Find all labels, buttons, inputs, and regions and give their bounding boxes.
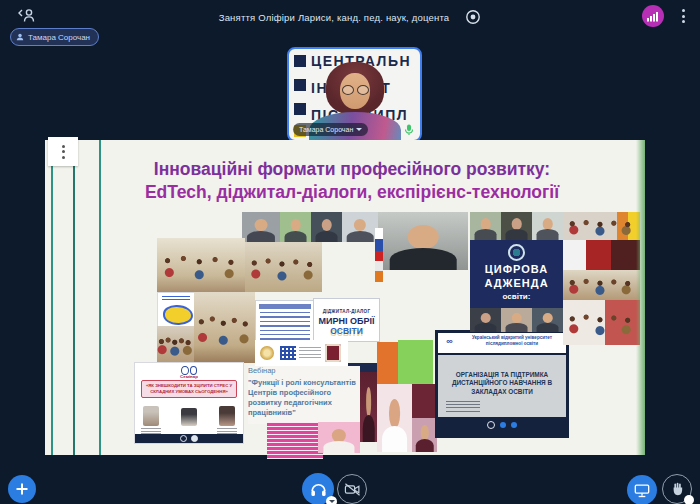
collage-green-block xyxy=(398,340,433,384)
collage-speaker-portrait xyxy=(360,372,377,442)
add-button[interactable] xyxy=(8,475,36,503)
raise-hand-icon xyxy=(671,482,684,496)
collage-photo xyxy=(563,240,640,270)
record-button[interactable] xyxy=(465,9,481,25)
presenter-names xyxy=(446,401,480,413)
meeting-window: Заняття Оліфіри Лариси, канд. пед. наук,… xyxy=(0,0,700,504)
collage-video-tile xyxy=(532,212,563,240)
participant-icon xyxy=(16,33,24,41)
university-logo-icon: ∞ xyxy=(442,336,457,347)
collage-pink-card xyxy=(267,422,323,459)
slide-stripe xyxy=(51,140,53,455)
seminar-controls-bar xyxy=(135,434,243,443)
settings-icon xyxy=(487,421,495,429)
more-menu-icon xyxy=(682,7,685,26)
slide-title: Інноваційні формати професійного розвитк… xyxy=(93,158,611,204)
collage-speaker-portrait xyxy=(412,418,437,452)
call-icon xyxy=(500,422,506,428)
collage-video-tile xyxy=(532,308,563,332)
collage-video-tile xyxy=(311,212,342,242)
audio-options-badge[interactable] xyxy=(326,496,337,504)
organization-logo-icon xyxy=(181,366,197,373)
raise-hand-badge xyxy=(684,495,694,504)
poster-webinar: Вебінар "Функції і ролі консультантів Це… xyxy=(248,366,360,424)
chevron-down-icon xyxy=(356,128,362,131)
top-bar: Заняття Оліфіри Лариси, канд. пед. наук,… xyxy=(0,0,700,30)
collage-photo xyxy=(563,300,640,345)
collage-photo xyxy=(563,212,640,240)
slide-title-line2: EdTech, діджитал-діалоги, експірієнс-тех… xyxy=(93,181,611,204)
slide-menu-icon xyxy=(54,145,72,159)
card-controls-bar xyxy=(438,419,566,430)
collage-video-tile xyxy=(280,212,311,242)
participant-badge[interactable]: Тамара Сорочан xyxy=(10,28,99,46)
audio-button[interactable] xyxy=(302,473,334,504)
collage-speaker-portrait xyxy=(318,422,360,453)
backdrop-square xyxy=(294,55,306,67)
collage-orange-block xyxy=(377,342,398,384)
backdrop-square xyxy=(294,79,306,91)
collage-video-tile xyxy=(501,308,532,332)
mic-on-icon xyxy=(404,124,414,136)
connection-quality-icon xyxy=(647,11,659,22)
screen-share-button[interactable] xyxy=(627,475,657,504)
speaker-video-tile[interactable]: ЦЕНТРАЛЬН ІНСТИТУТ ПІСЛЯДИПЛ Тамара Соро… xyxy=(287,47,422,142)
collage-logo-strip xyxy=(375,228,383,282)
chevron-down-icon xyxy=(329,500,335,503)
collage-video-tile xyxy=(470,212,501,240)
record-icon xyxy=(465,9,481,25)
speaker-portrait xyxy=(219,406,235,426)
collage-photo xyxy=(563,270,640,300)
meeting-title: Заняття Оліфіри Лариси, канд. пед. наук,… xyxy=(219,12,450,23)
headphones-icon xyxy=(310,481,327,497)
raise-hand-button[interactable] xyxy=(662,474,692,504)
collage-classroom-photo xyxy=(245,242,322,292)
camera-button[interactable] xyxy=(337,474,367,504)
poster-university-card: ∞ Український відкритий університет післ… xyxy=(435,330,569,438)
collage-classroom-photo xyxy=(157,238,245,292)
chat-icon xyxy=(511,422,517,428)
glasses-icon xyxy=(342,85,354,95)
collage-video-tile xyxy=(242,212,280,242)
poster-seminar: Семінар «ЯК ЗНЕШКОДИТИ ТА ЗЦІЛИТИ СТРЕС … xyxy=(135,363,243,443)
collage-logos-strip xyxy=(255,340,348,367)
collage-video-tile xyxy=(470,308,501,332)
collage-ukraine-map-tile xyxy=(157,292,196,328)
shared-screen-slide: Інноваційні формати професійного розвитк… xyxy=(45,140,645,455)
speaker-portrait xyxy=(143,406,159,426)
collage-video-tile xyxy=(342,212,378,242)
poster-digital-agenda: ЦИФРОВА АДЖЕНДА освіти: xyxy=(470,240,563,308)
collage-classroom-photo xyxy=(194,292,255,363)
more-menu-button[interactable] xyxy=(676,7,690,25)
poster-peace-horizons: ДІДЖИТАЛ-ДІАЛОГ МИРНІ ОБРІЇ ОСВІТИ xyxy=(313,298,380,342)
fist-photo xyxy=(181,408,197,426)
slide-stripe xyxy=(73,140,75,455)
collage-video-tile xyxy=(501,212,532,240)
collage-video-tile-man xyxy=(378,212,468,270)
collage-classroom-photo xyxy=(157,326,194,363)
agenda-logo-icon xyxy=(508,244,525,261)
participant-badge-label: Тамара Сорочан xyxy=(28,33,90,42)
connection-quality-button[interactable] xyxy=(642,5,664,27)
collage-maroon-block xyxy=(412,384,437,418)
plus-icon xyxy=(15,482,29,496)
slide-menu-button[interactable] xyxy=(48,137,78,166)
camera-off-icon xyxy=(344,482,361,497)
screen-share-icon xyxy=(634,483,650,498)
speaker-name-label: Тамара Сорочан xyxy=(293,123,368,136)
glasses-icon xyxy=(357,85,369,95)
slide-title-line1: Інноваційні формати професійного розвитк… xyxy=(93,158,611,181)
backdrop-square xyxy=(294,103,306,115)
collage-speaker-portrait xyxy=(377,384,412,452)
meeting-title-group: Заняття Оліфіри Лариси, канд. пед. наук,… xyxy=(0,9,700,25)
